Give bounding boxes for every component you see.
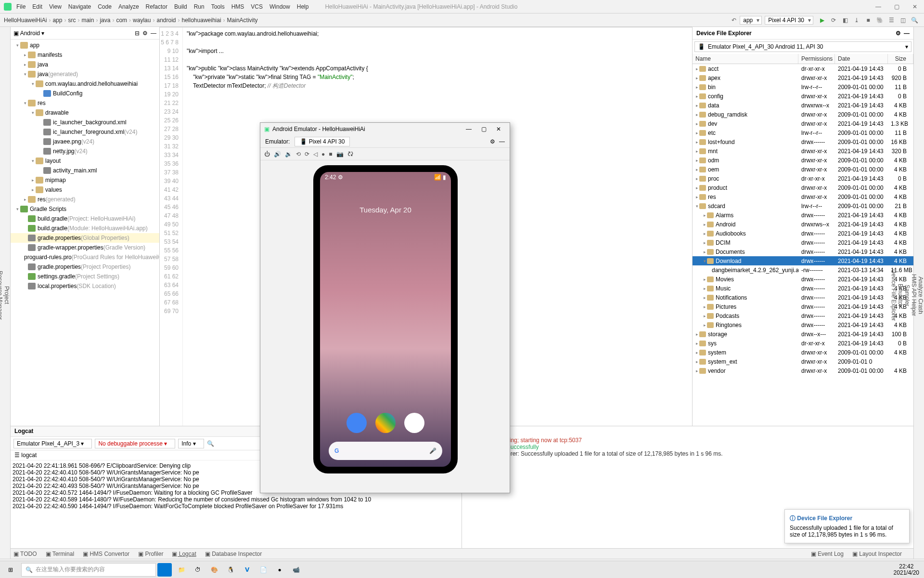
menu-analyze[interactable]: Analyze — [118, 3, 139, 10]
overview-icon[interactable]: ■ — [329, 151, 332, 158]
stop-icon[interactable]: ■ — [864, 16, 873, 25]
maximize-button[interactable]: ▢ — [887, 0, 906, 13]
gear-icon[interactable]: ⚙ — [490, 138, 495, 145]
file-row[interactable]: ▸data drwxrwx--x2021-04-19 14:434 KB — [693, 101, 913, 110]
file-row[interactable]: ▸product drwxr-xr-x2009-01-01 00:004 KB — [693, 183, 913, 192]
tree-node[interactable]: build.gradle (Project: HelloHuaweiHiAi) — [11, 214, 159, 223]
menu-refactor[interactable]: Refactor — [146, 3, 167, 10]
tool-tab[interactable]: Resource Manager — [0, 271, 3, 320]
breadcrumb-item[interactable]: HelloHuaweiHiAi — [4, 17, 47, 24]
tree-node[interactable]: ic_launcher_foreground.xml (v24) — [11, 127, 159, 137]
refresh-icon[interactable]: 🗘 — [347, 151, 353, 158]
emulator-window[interactable]: ▣ Android Emulator - HelloHuaweiHiAi — ▢… — [260, 122, 510, 493]
task-icon[interactable] — [157, 563, 172, 577]
file-row[interactable]: ▸vendor drwxr-xr-x2009-01-01 00:004 KB — [693, 366, 913, 375]
logcat-process-dropdown[interactable]: No debuggable processe ▾ — [95, 439, 175, 448]
menu-navigate[interactable]: Navigate — [68, 3, 91, 10]
task-icon[interactable]: 📄 — [255, 561, 271, 578]
tree-node[interactable]: ▾ res — [11, 98, 159, 108]
maximize-icon[interactable]: ▢ — [481, 126, 487, 132]
taskbar-search[interactable]: 🔍 在这里输入你要搜索的内容 — [21, 563, 156, 577]
tool-tab[interactable]: Device File Explorer — [890, 269, 897, 321]
task-icon[interactable]: 𝗩 — [239, 561, 255, 578]
vol-down-icon[interactable]: 🔉 — [285, 151, 292, 158]
file-row[interactable]: ▸etc lrw-r--r--2009-01-01 00:0011 B — [693, 128, 913, 137]
menu-file[interactable]: File — [16, 3, 26, 10]
tree-node[interactable]: ▾ Gradle Scripts — [11, 204, 159, 214]
file-row[interactable]: ▸proc dr-xr-xr-x2021-04-19 14:430 B — [693, 174, 913, 183]
sdk-icon[interactable]: ◫ — [898, 16, 907, 25]
tree-node[interactable]: BuildConfig — [11, 89, 159, 98]
file-row[interactable]: ▸system_ext drwxr-xr-x2009-01-01 0 — [693, 357, 913, 366]
file-row[interactable]: ▸sys dr-xr-xr-x2021-04-19 14:430 B — [693, 339, 913, 348]
tree-node[interactable]: ▸ manifests — [11, 50, 159, 60]
file-row[interactable]: ▸Podcasts drwx------2021-04-19 14:434 KB — [693, 311, 913, 320]
screenshot-icon[interactable]: 📷 — [336, 151, 344, 158]
gear-icon[interactable]: ⚙ — [896, 30, 901, 37]
file-row[interactable]: ▾Download drwx------2021-04-19 14:434 KB — [693, 256, 913, 265]
bottom-tab[interactable]: ▣ HMS Convertor — [83, 551, 129, 557]
file-row[interactable]: ▸Documents drwx------2021-04-19 14:434 K… — [693, 247, 913, 256]
tree-node[interactable]: ▸ mipmap — [11, 175, 159, 185]
avd-icon[interactable]: ☰ — [887, 16, 896, 25]
taskbar-clock[interactable]: 22:422021/4/20 — [889, 564, 924, 576]
tree-node[interactable]: gradle-wrapper.properties (Gradle Versio… — [11, 243, 159, 252]
task-icon[interactable]: ● — [271, 561, 288, 578]
tree-node[interactable]: settings.gradle (Project Settings) — [11, 272, 159, 281]
menu-tools[interactable]: Tools — [211, 3, 225, 10]
file-row[interactable]: ▸Ringtones drwx------2021-04-19 14:434 K… — [693, 320, 913, 329]
file-row[interactable]: ▸Music drwx------2021-04-19 14:434 KB — [693, 284, 913, 293]
breadcrumb-item[interactable]: hellohuaweihiai — [182, 17, 221, 24]
breadcrumb-item[interactable]: waylau — [133, 17, 151, 24]
tree-node[interactable]: ▾ layout — [11, 156, 159, 166]
hide-icon[interactable]: — — [151, 30, 156, 37]
bottom-tab[interactable]: ▣ Layout Inspector — [852, 551, 902, 557]
tool-tab[interactable]: HMS API Helper — [911, 274, 917, 316]
file-row[interactable]: ▸config drwxr-xr-x2021-04-19 14:430 B — [693, 92, 913, 101]
breadcrumb-item[interactable]: MainActivity — [227, 17, 258, 24]
tree-node[interactable]: ▾ java (generated) — [11, 69, 159, 79]
google-search-bar[interactable]: G🎤 — [329, 442, 442, 460]
task-icon[interactable]: 📹 — [288, 561, 304, 578]
breadcrumb-item[interactable]: com — [116, 17, 127, 24]
back-icon[interactable]: ◁ — [313, 151, 318, 158]
close-icon[interactable]: ✕ — [496, 126, 501, 132]
menu-hms[interactable]: HMS — [231, 3, 244, 10]
power-icon[interactable]: ⏻ — [264, 151, 270, 158]
breadcrumb-item[interactable]: app — [52, 17, 62, 24]
rotate-left-icon[interactable]: ⟲ — [296, 151, 301, 158]
breadcrumb-item[interactable]: java — [100, 17, 110, 24]
hide-icon[interactable]: — — [904, 30, 910, 37]
menu-run[interactable]: Run — [194, 3, 205, 10]
menu-window[interactable]: Window — [270, 3, 290, 10]
breadcrumb-item[interactable]: main — [81, 17, 94, 24]
tree-node[interactable]: ▾ com.waylau.android.hellohuaweihiai — [11, 79, 159, 89]
bottom-tab[interactable]: ▣ Database Inspector — [205, 551, 262, 557]
file-row[interactable]: ▸Alarms drwx------2021-04-19 14:434 KB — [693, 210, 913, 220]
tool-tab[interactable]: Project — [3, 286, 10, 304]
phone-screen[interactable]: 2:42 ⚙📶 ▮ Tuesday, Apr 20 G🎤 — [320, 172, 451, 467]
bottom-tab[interactable]: ▣ Terminal — [46, 551, 74, 557]
debug-icon[interactable]: ⟳ — [829, 16, 838, 25]
emulator-tab[interactable]: 📱 Pixel 4 API 30 — [295, 137, 350, 146]
tree-node[interactable]: activity_main.xml — [11, 166, 159, 175]
menu-build[interactable]: Build — [174, 3, 187, 10]
dfe-device-dropdown[interactable]: 📱Emulator Pixel_4_API_30 Android 11, API… — [694, 41, 911, 52]
file-row[interactable]: ▸Audiobooks drwx------2021-04-19 14:434 … — [693, 229, 913, 238]
task-icon[interactable]: 📁 — [173, 561, 190, 578]
file-row[interactable]: dangbeimarket_4.2.9_262_yunji.apk -rw---… — [693, 265, 913, 275]
back-icon[interactable]: ↶ — [730, 16, 738, 25]
logcat-device-dropdown[interactable]: Emulator Pixel_4_API_3 ▾ — [13, 439, 92, 448]
minimize-icon[interactable]: — — [466, 126, 472, 132]
device-dropdown[interactable]: Pixel 4 API 30 — [765, 16, 813, 25]
tree-node[interactable]: ic_launcher_background.xml — [11, 118, 159, 127]
file-row[interactable]: ▸oem drwxr-xr-x2009-01-01 00:004 KB — [693, 165, 913, 174]
chrome-app-icon[interactable] — [404, 413, 424, 433]
play-app-icon[interactable] — [375, 413, 396, 433]
hide-icon[interactable]: — — [499, 138, 505, 145]
menu-help[interactable]: Help — [297, 3, 309, 10]
file-row[interactable]: ▸DCIM drwx------2021-04-19 14:434 KB — [693, 238, 913, 247]
menu-edit[interactable]: Edit — [32, 3, 42, 10]
tree-node[interactable]: ▾ app — [11, 40, 159, 50]
bottom-tab[interactable]: ▣ TODO — [13, 551, 37, 557]
